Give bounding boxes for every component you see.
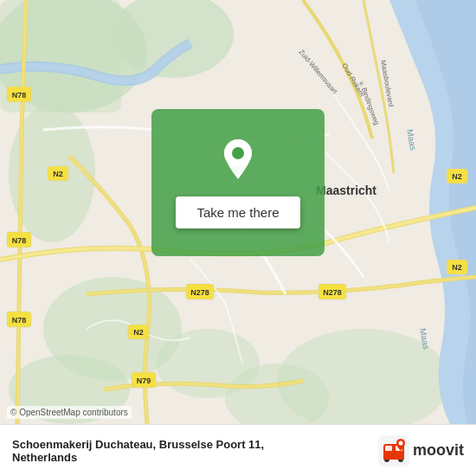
svg-text:N78: N78 xyxy=(12,91,27,100)
svg-text:N79: N79 xyxy=(137,376,151,385)
svg-text:N2: N2 xyxy=(452,263,462,272)
location-country: Netherlands xyxy=(12,451,264,464)
svg-rect-41 xyxy=(385,446,392,451)
map-copyright: © OpenStreetMap contributors xyxy=(7,406,132,419)
moovit-label: moovit xyxy=(413,441,464,460)
location-pin-icon xyxy=(216,138,260,181)
take-me-there-button[interactable]: Take me there xyxy=(176,196,299,228)
svg-text:N2: N2 xyxy=(452,172,462,181)
svg-text:N278: N278 xyxy=(323,288,342,297)
footer-address-block: Schoenmakerij Duchateau, Brusselse Poort… xyxy=(12,438,264,464)
map-container: N78 N78 N78 N2 N2 N278 N278 N79 N2 N2 Ma… xyxy=(0,0,476,424)
svg-text:N278: N278 xyxy=(190,288,209,297)
svg-point-38 xyxy=(232,147,244,159)
footer: Schoenmakerij Duchateau, Brusselse Poort… xyxy=(0,424,476,476)
svg-text:N78: N78 xyxy=(12,236,27,245)
moovit-logo: moovit xyxy=(378,435,464,466)
svg-text:Maastricht: Maastricht xyxy=(316,183,376,197)
svg-rect-45 xyxy=(383,456,404,460)
moovit-brand-icon xyxy=(378,435,409,466)
svg-text:N2: N2 xyxy=(133,328,144,337)
svg-point-46 xyxy=(398,441,402,445)
svg-text:N78: N78 xyxy=(12,316,27,325)
location-address: Schoenmakerij Duchateau, Brusselse Poort… xyxy=(12,438,264,451)
location-overlay: Take me there xyxy=(151,109,325,256)
svg-text:N2: N2 xyxy=(53,170,63,178)
